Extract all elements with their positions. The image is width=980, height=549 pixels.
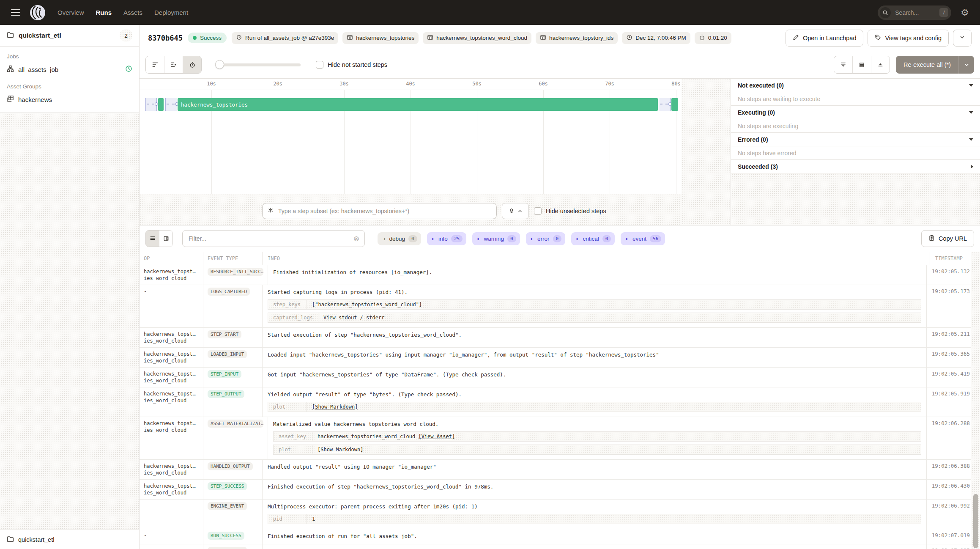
step-status-section-header[interactable]: Succeeded (3)	[731, 160, 980, 173]
step-status-section-header[interactable]: Not executed (0)	[731, 79, 980, 92]
history-icon	[236, 34, 242, 42]
event-type-badge: STEP_SUCCESS	[208, 482, 247, 490]
sidebar-item-all-assets-job[interactable]: all_assets_job	[0, 62, 139, 77]
log-info-cell: Finished execution of run for "all_asset…	[262, 529, 926, 544]
log-metadata-entry: step_keys["hackernews_topstories_word_cl…	[268, 299, 921, 310]
search-input[interactable]	[894, 9, 939, 16]
filter-level-critical[interactable]: ◐critical0	[571, 232, 615, 245]
log-info-text: Multiprocess executor: parent process ex…	[268, 502, 921, 511]
log-row: hackernews_topst… ies_word_cloudSTEP_OUT…	[140, 387, 980, 417]
log-event-type-cell: ENGINE_EVENT	[203, 544, 262, 549]
filter-level-warning[interactable]: ◐warning0	[472, 232, 520, 245]
log-metadata-entry: plot[Show Markdown]	[268, 402, 921, 412]
nav-item-runs[interactable]: Runs	[96, 9, 112, 16]
log-op-cell: hackernews_topst… ies_word_cloud	[140, 368, 203, 387]
log-scrollbar-track[interactable]	[971, 252, 980, 549]
fit-rows-button[interactable]	[852, 56, 871, 73]
run-tag-chip[interactable]: hackernews_topstories_word_cloud	[423, 32, 531, 44]
log-metadata-entry: captured_logsView stdout / stderr	[268, 313, 921, 323]
run-tag-chip[interactable]: Dec 12, 7:00:46 PM	[622, 32, 690, 44]
timeline-tick: 50s	[472, 81, 482, 87]
step-status-section-header[interactable]: Executing (0)	[731, 106, 980, 119]
chevron-right-icon	[971, 165, 973, 169]
metadata-value: [Show Markdown]	[312, 445, 368, 454]
graph-query-toggle-button[interactable]	[502, 203, 529, 219]
run-tag-chip[interactable]: hackernews_topstories	[342, 32, 419, 44]
log-row: hackernews_topst… ies_word_cloudSTEP_INP…	[140, 368, 980, 387]
hide-unselected-checkbox[interactable]	[534, 207, 542, 215]
metadata-link[interactable]: [View Asset]	[418, 434, 455, 439]
chevron-down-icon	[959, 34, 965, 41]
folder-icon	[7, 535, 14, 544]
step-status-section-title: Executing (0)	[738, 109, 775, 116]
log-event-type-cell: RESOURCE_INIT_SUCC…	[203, 265, 268, 285]
run-tag-chip[interactable]: 0:01:20	[695, 32, 731, 44]
step-subset-input[interactable]	[277, 207, 491, 215]
metadata-link[interactable]: [Show Markdown]	[312, 404, 358, 410]
column-header-op: OP	[140, 252, 203, 265]
log-section: ⊗ ◑debug0◐info25◐warning0◐error0◐critica…	[140, 225, 980, 549]
log-filter-inputbox: ⊗	[182, 230, 365, 247]
log-structured-view-button[interactable]	[159, 231, 172, 247]
status-dot	[193, 36, 197, 40]
scroll-to-top-button[interactable]	[871, 56, 890, 73]
open-launchpad-label: Open in Launchpad	[803, 35, 857, 41]
open-launchpad-button[interactable]: Open in Launchpad	[786, 30, 864, 47]
nav-item-deployment[interactable]: Deployment	[154, 9, 188, 16]
jobs-section-label: Jobs	[7, 53, 132, 60]
run-tag-label: Dec 12, 7:00:46 PM	[635, 35, 686, 41]
log-rows: hackernews_topst… ies_word_cloudRESOURCE…	[140, 265, 980, 549]
view-tags-config-button[interactable]: View tags and config	[868, 30, 949, 47]
reexecute-all-button[interactable]: Re-execute all (*)	[896, 56, 958, 74]
gantt-waterfall-view-button[interactable]	[164, 56, 183, 73]
column-header-info: INFO	[262, 252, 930, 265]
run-tag-chip[interactable]: hackernews_topstory_ids	[536, 32, 618, 44]
log-scrollbar-thumb[interactable]	[973, 494, 978, 548]
scroll-to-bottom-button[interactable]	[834, 56, 852, 73]
clear-filter-icon[interactable]: ⊗	[353, 234, 359, 243]
reexecute-options-button[interactable]	[958, 56, 974, 74]
sidebar-footer[interactable]: quickstart_etl	[0, 530, 139, 549]
run-status-badge: Success	[188, 33, 227, 43]
gantt-step-segment[interactable]	[671, 98, 678, 111]
gantt-bar-hackernews-topstories[interactable]: hackernews_topstories	[178, 98, 658, 111]
step-status-panel: Not executed (0)No steps are waiting to …	[731, 79, 980, 225]
metadata-link[interactable]: [Show Markdown]	[318, 447, 363, 453]
gantt-bar-label: hackernews_topstories	[181, 102, 248, 108]
filter-level-debug[interactable]: ◑debug0	[378, 232, 421, 245]
log-row: hackernews_topst… ies_word_cloudLOADED_I…	[140, 348, 980, 368]
filter-level-event[interactable]: ◐event56	[621, 232, 665, 245]
run-tag-chip[interactable]: Run of all_assets_job @ a27e393e	[232, 32, 338, 44]
gantt-zoom-slider[interactable]	[216, 60, 301, 69]
step-status-empty-text: No steps have errored	[738, 150, 797, 156]
sidebar-repo-header[interactable]: quickstart_etl 2	[0, 25, 139, 47]
sidebar-item-hackernews[interactable]: hackernews	[0, 92, 139, 107]
run-more-actions-button[interactable]	[953, 30, 972, 47]
step-status-empty-text: No steps are executing	[738, 123, 798, 129]
column-header-event-type: EVENT TYPE	[203, 252, 262, 265]
gantt-flat-view-button[interactable]	[146, 56, 164, 73]
menu-icon[interactable]	[11, 9, 20, 16]
clipboard-icon	[928, 235, 935, 242]
log-list-view-button[interactable]	[146, 231, 159, 247]
hide-not-started-checkbox[interactable]	[316, 61, 323, 69]
filter-level-info[interactable]: ◐info25	[427, 232, 467, 245]
gear-icon[interactable]: ⚙	[961, 8, 969, 17]
global-search[interactable]: /	[878, 5, 951, 20]
gantt-step-segment[interactable]	[158, 98, 164, 111]
nav-item-overview[interactable]: Overview	[57, 9, 84, 16]
log-info-cell: Process for run exited (pid: 1).	[262, 544, 926, 549]
copy-url-button[interactable]: Copy URL	[921, 230, 974, 247]
log-row: -RUN_SUCCESSFinished execution of run fo…	[140, 529, 980, 544]
dagster-logo-icon[interactable]	[30, 5, 46, 21]
log-filter-input[interactable]	[188, 235, 350, 242]
gantt-timed-view-button[interactable]	[183, 56, 201, 73]
metadata-key: plot	[268, 402, 307, 412]
slider-knob[interactable]	[215, 60, 224, 69]
nav-item-assets[interactable]: Assets	[123, 9, 142, 16]
step-status-section-header[interactable]: Errored (0)	[731, 133, 980, 146]
dagster-run-page: OverviewRunsAssetsDeployment / ⚙ quickst…	[0, 0, 980, 549]
log-level-filters: ◑debug0◐info25◐warning0◐error0◐critical0…	[378, 232, 665, 245]
metadata-key: plot	[274, 445, 312, 454]
filter-level-error[interactable]: ◐error0	[526, 232, 566, 245]
